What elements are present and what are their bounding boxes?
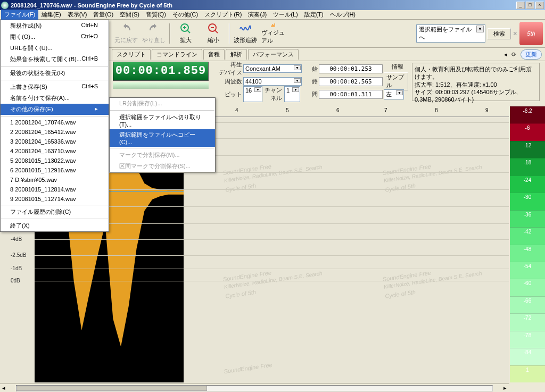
undo-icon — [120, 22, 133, 35]
mi-recent-3[interactable]: 3 20081204_165336.wav — [1, 137, 109, 146]
scroll-right-icon[interactable]: ▸ — [501, 385, 509, 391]
app-icon — [1, 2, 9, 9]
ruler-tick: 6 — [336, 107, 340, 113]
maximize-button[interactable]: □ — [526, 2, 534, 9]
close-panel-icon[interactable]: × — [513, 29, 517, 38]
y-axis-label: -4dB — [11, 236, 22, 242]
visual-icon — [267, 22, 279, 28]
span-field[interactable]: 00:00:01.311 — [319, 90, 383, 99]
menu-other[interactable]: その他(C) — [169, 10, 201, 20]
meter-segment: -54 — [510, 262, 545, 279]
h-scrollbar[interactable]: ◂ ▸ — [0, 383, 509, 392]
menu-view[interactable]: 表示(V) — [64, 10, 90, 20]
freq-label: 周波数 — [216, 78, 242, 86]
params-panel: 再生 デバイス Conexant AM 始 00:00:01.253 周波数 4… — [216, 63, 513, 103]
mi-save[interactable]: 上書き保存(S)Ctrl+S — [1, 81, 109, 93]
meter-segment: 1 — [510, 365, 545, 382]
menu-volume[interactable]: 音量(O) — [90, 10, 117, 20]
svg-rect-4 — [273, 25, 274, 27]
zoomout-button[interactable]: 縮小 — [201, 22, 226, 45]
mi-exit[interactable]: 終了(X) — [1, 220, 109, 231]
end-field[interactable]: 00:00:02.565 — [319, 77, 383, 86]
start-label: 始 — [303, 65, 318, 73]
mi-restore[interactable]: 最後の状態を復元(R) — [1, 68, 109, 79]
menu-script[interactable]: スクリプト(R) — [201, 10, 245, 20]
scroll-thumb[interactable] — [16, 386, 207, 391]
mi-new[interactable]: 新規作成(N)Ctrl+N — [1, 20, 109, 31]
menubar: ファイル(F) 編集(E) 表示(V) 音量(O) 空間(S) 音質(Q) その… — [0, 10, 545, 20]
mi-recent-8[interactable]: 8 20081015_112814.wav — [1, 185, 109, 194]
bit-combo[interactable]: 16 — [243, 86, 262, 102]
start-field[interactable]: 00:00:01.253 — [319, 64, 383, 73]
cycle5th-logo: 5th — [519, 22, 543, 45]
menu-edit[interactable]: 編集(E) — [38, 10, 64, 20]
redo-button[interactable]: やり直し — [142, 22, 166, 45]
tab-performance[interactable]: パフォーマンス — [248, 49, 299, 60]
svg-rect-5 — [275, 23, 275, 27]
wavetrack-button[interactable]: 波形追跡 — [233, 22, 258, 45]
zoomout-icon — [207, 22, 220, 35]
ch-combo[interactable]: 1 — [284, 86, 300, 102]
time-scrubber[interactable] — [113, 82, 209, 89]
nav-prev-icon[interactable]: ◂ — [504, 51, 507, 58]
minimize-button[interactable]: _ — [516, 2, 525, 9]
time-display: 00:00:01.859 — [113, 62, 209, 81]
sample-button[interactable]: サンプル — [384, 72, 408, 90]
zoomin-button[interactable]: 拡大 — [174, 22, 198, 45]
mi-recent-9[interactable]: 9 20081015_112714.wav — [1, 194, 109, 204]
smi-cutfile[interactable]: 選択範囲をファイルへ切り取り(T)... — [110, 112, 215, 129]
mi-delhistory[interactable]: ファイル履歴の削除(C) — [1, 206, 109, 218]
freq-combo[interactable]: 44100 — [243, 77, 302, 86]
meter-segment: -30 — [510, 193, 545, 210]
selection-export-combo[interactable]: 選択範囲をファイルへ — [416, 24, 485, 43]
menu-file[interactable]: ファイル(F) — [1, 10, 38, 20]
ruler-tick: 5 — [286, 107, 289, 113]
ruler-tick: 9 — [485, 107, 489, 113]
menu-settings[interactable]: 設定(T) — [301, 10, 327, 20]
scroll-left-icon[interactable]: ◂ — [0, 385, 7, 391]
menu-quality[interactable]: 音質(Q) — [143, 10, 169, 20]
mi-recent-7[interactable]: 7 D:¥sbm¥05.wav — [1, 175, 109, 185]
menu-help[interactable]: ヘルプ(H) — [327, 10, 359, 20]
smi-copyfile[interactable]: 選択範囲をファイルへコピー(C)... — [110, 129, 215, 147]
mi-urlopen[interactable]: URLを開く(U)... — [1, 43, 109, 54]
window-title: 20081204_170746.wav - SoundEngine Free b… — [11, 2, 516, 9]
mi-recent-6[interactable]: 6 20081015_112916.wav — [1, 165, 109, 175]
visual-button[interactable]: ヴィジュアル — [261, 22, 285, 45]
mi-recent-5[interactable]: 5 20081015_113022.wav — [1, 156, 109, 165]
ruler-tick: 8 — [435, 107, 438, 113]
nav-refresh-icon[interactable]: ⟳ — [511, 51, 516, 58]
meter-segment: -48 — [510, 245, 545, 262]
meter-segment: -60 — [510, 279, 545, 296]
search-button[interactable]: 検索 — [488, 28, 511, 39]
undo-button[interactable]: 元に戻す — [114, 22, 138, 45]
close-button[interactable]: × — [535, 2, 544, 9]
tab-pitch[interactable]: 音程 — [203, 49, 225, 60]
menu-play[interactable]: 演奏(J) — [245, 10, 270, 20]
smi-rangemark: 区間マークで分割保存(S)... — [110, 161, 215, 172]
mi-othersave[interactable]: その他の保存(E)▸ — [1, 104, 109, 115]
svg-rect-2 — [271, 26, 271, 27]
scroll-track[interactable] — [16, 385, 493, 391]
ruler-tick: 7 — [384, 107, 387, 113]
mi-recent-1[interactable]: 1 20081204_170746.wav — [1, 118, 109, 127]
update-button[interactable]: 更新 — [521, 49, 542, 60]
mi-recent-2[interactable]: 2 20081204_165412.wav — [1, 127, 109, 137]
menu-space[interactable]: 空間(S) — [117, 10, 143, 20]
ch-label: チャン ネル — [265, 86, 282, 102]
device-combo[interactable]: Conexant AM — [243, 64, 302, 73]
smi-lrsplit: LR分割保存(L)... — [110, 98, 215, 109]
svg-rect-3 — [272, 24, 272, 27]
mi-open[interactable]: 開く(O)...Ctrl+O — [1, 31, 109, 43]
tab-script[interactable]: スクリプト — [112, 49, 151, 60]
mi-recent-4[interactable]: 4 20081204_163710.wav — [1, 146, 109, 156]
mi-sfxsearch[interactable]: 効果音を検索して開く(B)...Ctrl+B — [1, 54, 109, 65]
menu-tool[interactable]: ツール(L) — [270, 10, 301, 20]
titlebar: 20081204_170746.wav - SoundEngine Free b… — [0, 0, 545, 10]
meter-segment: -72 — [510, 313, 545, 330]
tab-cmdline[interactable]: コマンドライン — [152, 49, 202, 60]
mi-saveas[interactable]: 名前を付けて保存(A)... — [1, 93, 109, 104]
lr-combo[interactable]: 左 — [384, 89, 404, 99]
meter-segment: -12 — [510, 141, 545, 158]
tab-analysis[interactable]: 解析 — [226, 49, 247, 60]
